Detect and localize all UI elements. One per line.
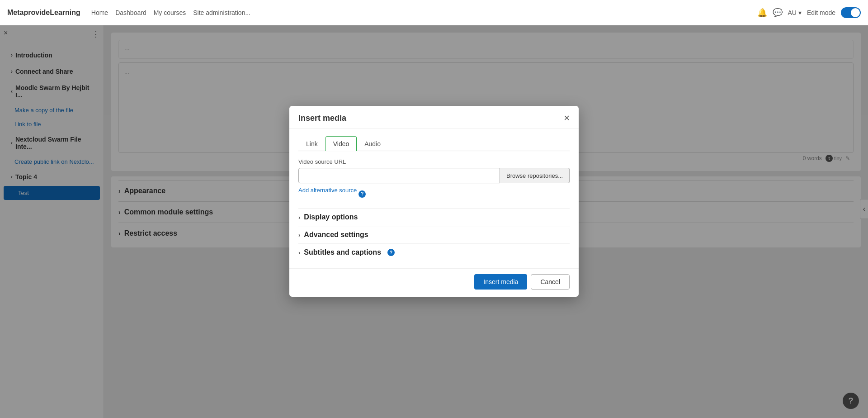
top-navigation: MetaprovideLearning Home Dashboard My co… [0,0,868,25]
modal-header: Insert media × [289,106,579,129]
chevron-right-icon: › [298,249,300,256]
tab-link[interactable]: Link [298,136,326,151]
bell-icon[interactable]: 🔔 [757,8,767,18]
insert-media-modal: Insert media × Link Video Audio Video so… [289,106,579,297]
edit-mode-toggle[interactable] [841,7,861,18]
edit-mode-label: Edit mode [807,9,835,16]
user-menu[interactable]: AU ▾ [788,9,802,16]
topnav-right: 🔔 💬 AU ▾ Edit mode [757,7,861,18]
chat-icon[interactable]: 💬 [773,8,783,18]
user-chevron-icon: ▾ [798,9,802,16]
subtitles-captions-section[interactable]: › Subtitles and captions ? [298,243,570,261]
subtitles-help-icon[interactable]: ? [387,249,395,256]
brand-logo: MetaprovideLearning [7,9,80,17]
advanced-settings-label: Advanced settings [304,231,368,239]
nav-dashboard[interactable]: Dashboard [115,9,146,16]
display-options-section[interactable]: › Display options [298,208,570,226]
nav-home[interactable]: Home [91,9,108,16]
insert-media-button[interactable]: Insert media [474,274,527,290]
cancel-button[interactable]: Cancel [531,274,570,290]
user-initials: AU [788,9,797,16]
alt-source-help-icon[interactable]: ? [359,190,366,198]
add-alternative-source-link[interactable]: Add alternative source [298,187,357,194]
chevron-right-icon: › [298,232,300,238]
tab-video[interactable]: Video [326,136,357,151]
tab-audio[interactable]: Audio [357,136,388,151]
display-options-label: Display options [304,213,358,221]
nav-my-courses[interactable]: My courses [154,9,186,16]
video-source-label: Video source URL [298,158,570,165]
media-tab-bar: Link Video Audio [298,136,570,151]
advanced-settings-section[interactable]: › Advanced settings [298,226,570,243]
subtitles-captions-label: Subtitles and captions [304,248,381,256]
modal-close-button[interactable]: × [564,113,570,123]
nav-links: Home Dashboard My courses Site administr… [91,9,250,16]
nav-site-admin[interactable]: Site administration... [193,9,250,16]
video-url-input[interactable] [298,168,500,183]
modal-body: Link Video Audio Video source URL Browse… [289,129,579,268]
browse-repositories-button[interactable]: Browse repositories... [500,168,570,183]
modal-title: Insert media [298,114,346,123]
modal-footer: Insert media Cancel [289,268,579,297]
chevron-right-icon: › [298,214,300,221]
url-input-row: Browse repositories... [298,168,570,183]
notification-icons: 🔔 💬 [757,8,783,18]
